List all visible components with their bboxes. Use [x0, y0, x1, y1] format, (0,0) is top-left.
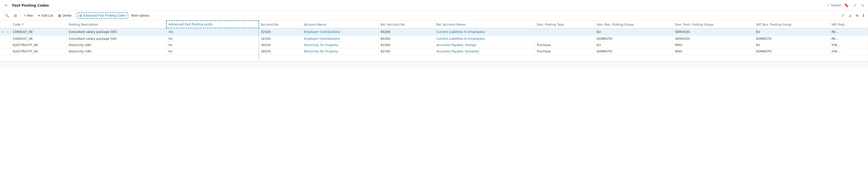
check-icon: ✓ — [827, 3, 830, 7]
row-bal-account-no: 85200 — [378, 35, 434, 42]
row-account-name[interactable]: Electricity for Property — [302, 48, 378, 54]
separator-1 — [20, 13, 21, 18]
new-label: + New — [24, 14, 33, 17]
col-header-code[interactable]: Code ↑ — [11, 21, 67, 28]
col-header-adv-posting[interactable]: Advanced Fast Posting exists — [166, 21, 259, 28]
row-kebab-menu[interactable]: ⋮ — [5, 28, 11, 35]
search-icon: 🔍 — [5, 14, 9, 17]
col-header-gen-prod-posting-group[interactable]: Gen. Prod. Posting Group — [673, 21, 754, 28]
row-account-name[interactable]: Electricity for Property — [302, 42, 378, 48]
delete-icon: 🗑 — [58, 14, 61, 17]
col-header-vat-bus-posting-group[interactable]: VAT Bus. Posting Group — [754, 21, 829, 28]
table-header-row: Code ↑ Posting Description Advanced Fast… — [0, 21, 868, 28]
row-gen-prod-posting-group: MISC — [673, 48, 754, 54]
col-header-gen-posting-type[interactable]: Gen. Posting Type — [535, 21, 595, 28]
delete-button[interactable]: 🗑 Delete — [56, 13, 73, 19]
row-arrow — [0, 42, 5, 48]
row-gen-posting-type: Purchase — [535, 48, 595, 54]
new-button[interactable]: + New — [22, 13, 35, 18]
row-gen-prod-posting-group: SERVICES — [673, 28, 754, 35]
row-gen-bus-posting-group: DOMESTIC — [594, 35, 673, 42]
row-gen-bus-posting-group: EU — [594, 28, 673, 35]
col-header-posting-desc[interactable]: Posting Description — [67, 21, 166, 28]
filter-icon[interactable]: ⊿ — [847, 13, 852, 18]
table-row[interactable]: →⋮CONSULT_DEConsultant salary package (D… — [0, 28, 868, 35]
row-vat-posting: STA… — [829, 48, 868, 54]
row-code: CONSULT_DE — [11, 28, 67, 35]
row-account-name[interactable]: Employer Contributions — [302, 28, 378, 35]
row-kebab-menu[interactable] — [5, 42, 11, 48]
row-account-no: 30220 — [259, 48, 302, 54]
edit-icon: ✏ — [38, 14, 41, 17]
row-posting-desc: Consultant salary package (DE) — [67, 28, 166, 35]
row-gen-bus-posting-group: EU — [594, 42, 673, 48]
row-bal-account-no: 82100 — [378, 48, 434, 54]
row-posting-desc: Electricity (DE) — [67, 42, 166, 48]
adv-fast-posting-button[interactable]: ⊞ Advanced Fast Posting Codes — [77, 12, 128, 19]
col-header-account-no[interactable]: Account No. — [259, 21, 302, 28]
collapse-button[interactable]: ⤡ — [860, 2, 865, 8]
row-account-name[interactable]: Employer Contributions — [302, 35, 378, 42]
bookmark-button[interactable]: 🔖 — [843, 2, 850, 8]
row-bal-account-name[interactable]: Current Liabilities to Employees — [434, 35, 535, 42]
more-options-button[interactable]: More options — [129, 13, 151, 18]
col-header-account-name[interactable]: Account Name — [302, 21, 378, 28]
row-bal-account-name[interactable]: Accounts Payable, Domestic — [434, 48, 535, 54]
row-adv-posting-exists[interactable]: No — [166, 35, 259, 42]
saved-status: ✓ Saved — [827, 3, 841, 7]
list-view-icon[interactable]: ≡ — [855, 13, 860, 18]
row-code: ELECTRICITY_UK — [11, 48, 67, 54]
share-button[interactable]: ⤢ — [852, 2, 858, 8]
row-posting-desc: Electricity (UK) — [67, 48, 166, 54]
col-header-gen-bus-posting-group[interactable]: Gen. Bus. Posting Group — [594, 21, 673, 28]
toolbar-right: ⤢ ⊿ ≡ ℹ — [840, 13, 865, 18]
view-toggle-button[interactable]: ⊟ — [12, 13, 19, 19]
row-code: CONSULT_UK — [11, 35, 67, 42]
row-vat-bus-posting-group: EU — [754, 28, 829, 35]
row-bal-account-name[interactable]: Current Liabilities to Employees — [434, 28, 535, 35]
row-vat-bus-posting-group: DOMESTIC — [754, 35, 829, 42]
toolbar: 🔍 ⊟ + New ✏ Edit List 🗑 Delete ⊞ Advance… — [0, 11, 868, 21]
col-header-kebab — [5, 21, 11, 28]
row-vat-posting: RE… — [829, 28, 868, 35]
info-icon[interactable]: ℹ — [862, 13, 865, 18]
row-arrow — [0, 48, 5, 54]
col-header-vat-posting[interactable]: VAT Post… — [829, 21, 868, 28]
row-gen-prod-posting-group: MISC — [673, 42, 754, 48]
row-vat-posting: RE… — [829, 35, 868, 42]
back-button[interactable]: ← — [3, 2, 10, 9]
header-actions: ✓ Saved 🔖 ⤢ ⤡ — [827, 2, 865, 8]
edit-list-button[interactable]: ✏ Edit List — [36, 13, 55, 19]
table-row[interactable]: ELECTRICITY_UKElectricity (UK)No30220Ele… — [0, 48, 868, 54]
row-adv-posting-exists[interactable]: No — [166, 42, 259, 48]
col-header-bal-account-name[interactable]: Bal. Account Name — [434, 21, 535, 28]
bottom-bar — [0, 62, 868, 68]
row-vat-bus-posting-group: DOMESTIC — [754, 48, 829, 54]
empty-row[interactable] — [0, 54, 868, 61]
page-title: Fast Posting Codes — [12, 3, 827, 7]
edit-list-label: Edit List — [42, 14, 53, 17]
fast-posting-table: Code ↑ Posting Description Advanced Fast… — [0, 21, 868, 62]
row-account-no: 30220 — [259, 42, 302, 48]
row-arrow: → — [0, 28, 5, 35]
row-posting-desc: Consultant salary package (UK) — [67, 35, 166, 42]
row-vat-bus-posting-group: EU — [754, 42, 829, 48]
row-kebab-menu[interactable] — [5, 35, 11, 42]
row-adv-posting-exists[interactable]: No — [166, 48, 259, 54]
row-bal-account-no: 85200 — [378, 28, 434, 35]
table-row[interactable]: CONSULT_UKConsultant salary package (UK)… — [0, 35, 868, 42]
toolbar-share-icon[interactable]: ⤢ — [840, 13, 845, 18]
view-icon: ⊟ — [14, 14, 17, 17]
row-kebab-menu[interactable] — [5, 48, 11, 54]
row-bal-account-no: 82200 — [378, 42, 434, 48]
row-account-no: 32320 — [259, 35, 302, 42]
row-gen-posting-type — [535, 35, 595, 42]
row-vat-posting: STA… — [829, 42, 868, 48]
table-row[interactable]: ELECTRICITY_DEElectricity (DE)No30220Ele… — [0, 42, 868, 48]
search-button[interactable]: 🔍 — [3, 13, 11, 19]
delete-label: Delete — [62, 14, 71, 17]
col-header-bal-account-no[interactable]: Bal. Account No. — [378, 21, 434, 28]
row-adv-posting-exists[interactable]: Yes — [166, 28, 259, 35]
row-bal-account-name[interactable]: Accounts Payable, Foreign — [434, 42, 535, 48]
row-gen-bus-posting-group: DOMESTIC — [594, 48, 673, 54]
